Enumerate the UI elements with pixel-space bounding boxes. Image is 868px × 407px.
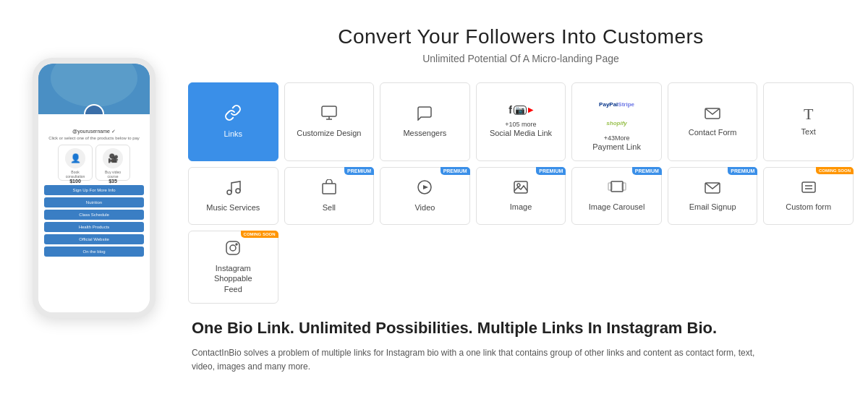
music-label: Music Services bbox=[206, 202, 260, 213]
phone-btn-health[interactable]: Health Products bbox=[44, 222, 144, 232]
image-premium-badge: PREMIUM bbox=[536, 167, 566, 175]
sell-label: Sell bbox=[323, 202, 336, 213]
features-row-3: COMING SOON InstagramShoppableFeed bbox=[188, 231, 854, 304]
phone-username: @yourusername ✓ bbox=[44, 129, 144, 134]
svg-point-20 bbox=[236, 244, 237, 245]
phone-btn-blog[interactable]: On the blog bbox=[44, 247, 144, 257]
feature-card-image[interactable]: PREMIUM Image bbox=[476, 167, 566, 225]
feature-card-text[interactable]: T Text bbox=[763, 82, 854, 161]
product-price-1: $100 bbox=[61, 179, 89, 184]
email-premium-badge: PREMIUM bbox=[728, 167, 757, 175]
feature-card-email[interactable]: PREMIUM Email Signup bbox=[668, 167, 758, 225]
monitor-icon bbox=[320, 105, 338, 124]
product-icon-2: 🎥 bbox=[103, 148, 123, 168]
feature-card-payment[interactable]: PayPalStripe shopify +43More Payment Lin… bbox=[571, 82, 662, 161]
product-icon-1: 👤 bbox=[65, 148, 85, 168]
carousel-premium-badge: PREMIUM bbox=[632, 167, 662, 175]
product-label-2: Buy videocourse bbox=[99, 170, 127, 179]
svg-point-19 bbox=[230, 245, 236, 251]
svg-marker-8 bbox=[423, 185, 428, 189]
links-label: Links bbox=[224, 129, 242, 139]
feature-card-links[interactable]: Links bbox=[188, 82, 278, 161]
video-label: Video bbox=[414, 202, 435, 213]
image-icon bbox=[513, 180, 529, 197]
bottom-title: One Bio Link. Unlimited Possibilities. M… bbox=[192, 318, 850, 339]
bottom-description: ContactInBio solves a problem of multipl… bbox=[192, 346, 756, 374]
bottom-section: One Bio Link. Unlimited Possibilities. M… bbox=[188, 318, 854, 374]
play-icon bbox=[417, 179, 433, 198]
svg-point-10 bbox=[517, 184, 520, 187]
social-label: Social Media Link bbox=[490, 128, 552, 138]
customize-label: Customize Design bbox=[297, 128, 361, 138]
video-premium-badge: PREMIUM bbox=[441, 167, 470, 175]
custom-form-coming-soon-badge: COMING SOON bbox=[816, 167, 854, 174]
form-icon bbox=[801, 180, 817, 197]
feature-card-music[interactable]: Music Services bbox=[188, 167, 278, 225]
feature-card-custom-form[interactable]: COMING SOON Custom form bbox=[763, 167, 854, 225]
payment-icons: PayPalStripe shopify bbox=[599, 92, 634, 130]
email-icon bbox=[704, 180, 721, 197]
feature-card-carousel[interactable]: PREMIUM Image Carousel bbox=[571, 167, 662, 225]
messengers-label: Messengers bbox=[403, 128, 446, 138]
feature-card-video[interactable]: PREMIUM Video bbox=[380, 167, 470, 225]
svg-point-5 bbox=[236, 189, 240, 193]
social-more-label: +105 more bbox=[505, 121, 536, 128]
svg-point-4 bbox=[227, 190, 231, 194]
payment-more-label: +43More bbox=[604, 134, 630, 142]
payment-label: Payment Link bbox=[592, 142, 641, 152]
feature-card-messengers[interactable]: Messengers bbox=[380, 82, 470, 161]
link-icon bbox=[224, 104, 242, 124]
phone-btn-signup[interactable]: Sign Up For More Info bbox=[44, 185, 144, 195]
carousel-label: Image Carousel bbox=[589, 202, 645, 212]
svg-rect-0 bbox=[322, 106, 336, 116]
product-label-1: Bookconsultation bbox=[61, 170, 89, 179]
feature-card-customize[interactable]: Customize Design bbox=[284, 82, 375, 161]
svg-rect-12 bbox=[608, 183, 612, 190]
phone-btn-nutrition[interactable]: Nutrition bbox=[44, 197, 144, 207]
phone-btn-website[interactable]: Official Website bbox=[44, 234, 144, 244]
feature-card-contact[interactable]: Contact Form bbox=[668, 82, 758, 161]
custom-form-label: Custom form bbox=[786, 202, 831, 212]
sell-icon bbox=[321, 179, 337, 198]
instagram-icon bbox=[225, 240, 241, 259]
image-label: Image bbox=[510, 202, 532, 212]
social-icons: f 📷 ▶ bbox=[509, 105, 533, 116]
product-price-2: $35 bbox=[99, 179, 127, 184]
feature-card-instagram[interactable]: COMING SOON InstagramShoppableFeed bbox=[188, 231, 278, 304]
phone-subtitle: Click or select one of the products belo… bbox=[44, 136, 144, 140]
sell-premium-badge: PREMIUM bbox=[344, 167, 374, 175]
feature-card-sell[interactable]: PREMIUM Sell bbox=[284, 167, 375, 225]
feature-card-social[interactable]: f 📷 ▶ +105 more Social Media Link bbox=[476, 82, 566, 161]
features-row-1: Links Customize Design bbox=[188, 82, 854, 161]
phone-mockup: @yourusername ✓ Click or select one of t… bbox=[0, 14, 174, 393]
music-icon bbox=[225, 179, 241, 198]
instagram-coming-soon-badge: COMING SOON bbox=[241, 231, 278, 238]
instagram-label: InstagramShoppableFeed bbox=[214, 263, 252, 294]
svg-rect-18 bbox=[226, 241, 239, 254]
chat-icon bbox=[416, 105, 433, 124]
phone-product-2: 🎥 Buy videocourse $35 bbox=[95, 145, 130, 181]
text-label: Text bbox=[801, 127, 816, 137]
email-label: Email Signup bbox=[689, 202, 736, 212]
contact-label: Contact Form bbox=[689, 127, 737, 137]
carousel-icon bbox=[608, 180, 626, 197]
text-icon: T bbox=[804, 106, 813, 122]
svg-rect-13 bbox=[622, 183, 626, 190]
features-row-2: Music Services PREMIUM Sell PREMIUM bbox=[188, 167, 854, 225]
svg-rect-11 bbox=[611, 181, 623, 192]
phone-product-1: 👤 Bookconsultation $100 bbox=[58, 145, 93, 181]
svg-rect-6 bbox=[323, 184, 336, 194]
hero-title: Convert Your Followers Into Customers bbox=[188, 25, 854, 48]
phone-btn-schedule[interactable]: Class Schedule bbox=[44, 210, 144, 220]
hero-subtitle: Unlimited Potential Of A Micro-landing P… bbox=[188, 53, 854, 64]
content-section: Convert Your Followers Into Customers Un… bbox=[174, 14, 868, 393]
svg-rect-15 bbox=[802, 182, 815, 192]
mail-icon bbox=[704, 106, 721, 123]
